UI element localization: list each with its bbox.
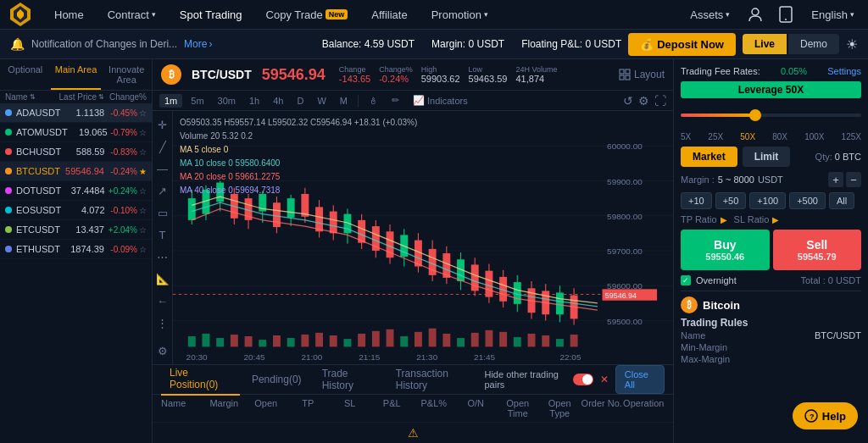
nav-spot-trading[interactable]: Spot Trading	[170, 0, 253, 30]
nav-affiliate[interactable]: Affiliate	[361, 0, 417, 30]
market-order-button[interactable]: Market	[681, 147, 737, 167]
deposit-button[interactable]: 💰 Deposit Now	[628, 33, 736, 56]
star-icon[interactable]: ☆	[139, 225, 147, 235]
logo[interactable]	[7, 1, 34, 28]
star-icon[interactable]: ☆	[139, 147, 147, 157]
tab-live-position[interactable]: Live Position(0)	[161, 363, 240, 396]
col-change-header[interactable]: Change%	[104, 92, 147, 102]
svg-rect-9	[626, 75, 630, 80]
star-icon[interactable]: ☆	[139, 186, 147, 196]
star-icon[interactable]: ☆	[139, 128, 147, 137]
star-icon[interactable]: ☆	[139, 206, 147, 215]
indicators-button[interactable]: 📈 Indicators	[408, 93, 473, 108]
lev-25x[interactable]: 25X	[708, 132, 723, 141]
nav-home[interactable]: Home	[44, 0, 94, 30]
settings-link[interactable]: Settings	[827, 66, 861, 76]
tf-m[interactable]: M	[335, 94, 353, 108]
tf-w[interactable]: W	[312, 94, 331, 108]
lev-80x[interactable]: 80X	[772, 132, 787, 141]
col-name-header[interactable]: Name ⇅	[5, 92, 53, 102]
lev-50x[interactable]: 50X	[740, 132, 755, 141]
live-button[interactable]: Live	[743, 34, 787, 54]
nav-copy-trade[interactable]: Copy Trade New	[256, 0, 359, 30]
list-item[interactable]: ATOMUSDT 19.065 -0.79% ☆	[0, 123, 152, 142]
list-item[interactable]: DOTUSDT 37.4484 +0.24% ☆	[0, 181, 152, 201]
add-100-button[interactable]: +100	[749, 192, 786, 209]
svg-rect-100	[457, 338, 465, 346]
more-tools-icon[interactable]: ⋮	[154, 314, 171, 331]
hide-pairs-toggle[interactable]	[573, 374, 593, 385]
margin-minus-button[interactable]: −	[846, 172, 861, 187]
col-opentime-header: Open Time	[497, 398, 539, 418]
overnight-checkbox[interactable]: ✓	[681, 275, 691, 285]
lev-5x[interactable]: 5X	[681, 132, 691, 141]
horizontal-tool[interactable]: —	[154, 160, 171, 177]
add-500-button[interactable]: +500	[789, 192, 826, 209]
lev-100x[interactable]: 100X	[804, 132, 824, 141]
rect-tool[interactable]: ▭	[154, 204, 171, 221]
notification-more-link[interactable]: More ›	[184, 38, 212, 50]
nav-promotion[interactable]: Promotion ▾	[421, 0, 498, 30]
mobile-icon[interactable]	[774, 3, 798, 26]
star-icon[interactable]: ☆	[139, 245, 147, 254]
arrow-tool[interactable]: ←	[154, 292, 171, 309]
text-tool[interactable]: T	[154, 226, 171, 243]
nav-contract[interactable]: Contract ▾	[97, 0, 166, 30]
replay-icon[interactable]: ↺	[623, 94, 633, 108]
sl-ratio-button[interactable]: SL Ratio ▶	[734, 214, 780, 224]
help-button[interactable]: ? Help	[793, 402, 858, 429]
list-item[interactable]: ADAUSDT 1.1138 -0.45% ☆	[0, 103, 152, 123]
theme-toggle-button[interactable]: ☀	[846, 36, 858, 53]
user-icon[interactable]	[743, 3, 767, 26]
add-50-button[interactable]: +50	[715, 192, 747, 209]
close-all-button[interactable]: Close All	[615, 365, 665, 394]
tab-main-area[interactable]: Main Area	[51, 59, 102, 90]
tf-30m[interactable]: 30m	[213, 94, 241, 108]
tab-transaction-history[interactable]: Transaction History	[387, 364, 481, 395]
add-all-button[interactable]: All	[829, 192, 854, 209]
col-price-header[interactable]: Last Price ⇅	[53, 92, 104, 102]
margin-plus-button[interactable]: +	[828, 172, 843, 187]
language-button[interactable]: English ▾	[804, 0, 861, 30]
list-item[interactable]: BCHUSDT 588.59 -0.83% ☆	[0, 142, 152, 162]
fullscreen-icon[interactable]: ⛶	[654, 94, 666, 108]
tab-innovate-area[interactable]: Innovate Area	[101, 59, 152, 90]
sl-tri-icon: ▶	[772, 215, 779, 224]
crosshair-tool[interactable]: ✛	[154, 116, 171, 133]
candle-type-button[interactable]: 🕯	[364, 94, 383, 108]
lev-125x[interactable]: 125X	[842, 132, 861, 141]
star-icon[interactable]: ★	[139, 167, 147, 176]
star-icon[interactable]: ☆	[139, 108, 147, 118]
trend-tool[interactable]: ↗	[154, 182, 171, 199]
layout-button[interactable]: Layout	[619, 69, 665, 80]
tf-1h[interactable]: 1h	[244, 94, 264, 108]
slider-thumb[interactable]	[749, 109, 761, 121]
draw-tool-button[interactable]: ✏	[387, 93, 404, 108]
list-item[interactable]: BTCUSDT 59546.94 -0.24% ★	[0, 162, 152, 181]
tf-5m[interactable]: 5m	[186, 94, 209, 108]
tf-4h[interactable]: 4h	[268, 94, 288, 108]
assets-chevron-icon: ▾	[726, 10, 730, 19]
tp-ratio-button[interactable]: TP Ratio ▶	[681, 214, 727, 224]
list-item[interactable]: EOSUSDT 4.072 -0.10% ☆	[0, 201, 152, 220]
demo-button[interactable]: Demo	[788, 34, 839, 54]
fib-tool[interactable]: ⋯	[154, 248, 171, 265]
leverage-slider[interactable]	[681, 114, 861, 117]
settings-chart-icon[interactable]: ⚙	[638, 94, 649, 108]
sell-button[interactable]: Sell 59545.79	[773, 230, 862, 270]
add-10-button[interactable]: +10	[681, 192, 712, 209]
tab-trade-history[interactable]: Trade History	[314, 364, 384, 395]
limit-order-button[interactable]: Limit	[743, 147, 791, 167]
line-tool[interactable]: ╱	[154, 138, 171, 155]
candlestick-chart[interactable]: O59503.35 H59557.14 L59502.32 C59546.94 …	[173, 111, 673, 364]
tab-pending[interactable]: Pending(0)	[243, 370, 310, 389]
assets-button[interactable]: Assets ▾	[683, 0, 737, 30]
tab-optional[interactable]: Optional	[0, 59, 51, 90]
list-item[interactable]: ETCUSDT 13.437 +2.04% ☆	[0, 220, 152, 240]
buy-button[interactable]: Buy 59550.46	[681, 230, 770, 270]
tf-1m[interactable]: 1m	[159, 94, 182, 108]
chart-settings-icon[interactable]: ⚙	[154, 342, 171, 359]
measure-tool[interactable]: 📐	[154, 270, 171, 287]
tf-d[interactable]: D	[292, 94, 309, 108]
list-item[interactable]: ETHUSDT 1874.39 -0.09% ☆	[0, 240, 152, 259]
